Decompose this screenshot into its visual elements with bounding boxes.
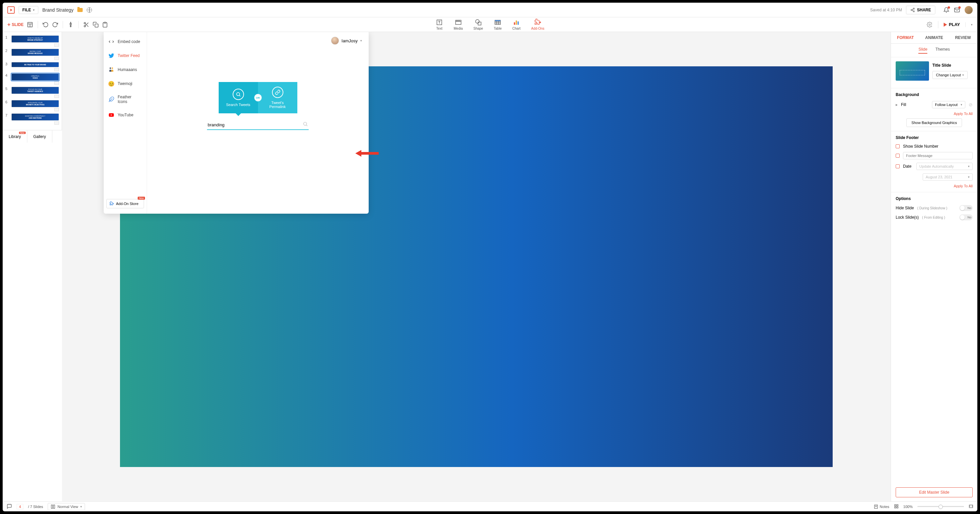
review-tab[interactable]: REVIEW bbox=[949, 32, 977, 43]
svg-point-10 bbox=[84, 22, 86, 24]
insert-table[interactable]: Table bbox=[494, 19, 502, 30]
undo-icon[interactable] bbox=[43, 22, 49, 28]
new-slide-button[interactable]: + SLIDE bbox=[7, 22, 24, 28]
thumb-number: 5 bbox=[5, 87, 10, 98]
date-checkbox[interactable] bbox=[896, 164, 900, 168]
lock-slide-toggle[interactable]: No bbox=[959, 214, 973, 220]
slide-thumbnail[interactable]: CREATE AVOICE bbox=[11, 73, 59, 81]
view-mode-select[interactable]: Normal View ▾ bbox=[48, 503, 85, 510]
notes-toggle[interactable]: Notes bbox=[873, 504, 889, 509]
search-icon[interactable] bbox=[303, 121, 308, 128]
thumb-handle[interactable] bbox=[54, 95, 59, 98]
addon-store-button[interactable]: Add-On Store New bbox=[107, 199, 144, 208]
thumb-handle[interactable] bbox=[54, 43, 59, 47]
gallery-tab[interactable]: Gallery bbox=[27, 130, 52, 143]
slide-thumbnail[interactable]: FOCUS ON YOURTARGET AUDIENCE bbox=[11, 87, 59, 94]
addon-feather-icons[interactable]: Feather Icons bbox=[103, 91, 147, 108]
mail-icon[interactable] bbox=[954, 7, 960, 13]
animate-tab[interactable]: ANIMATE bbox=[920, 32, 948, 43]
status-bar: 4 / 7 Slides Normal View ▾ Notes 100% bbox=[3, 501, 977, 511]
footer-message-input[interactable] bbox=[903, 152, 973, 159]
grid-icon[interactable] bbox=[894, 504, 899, 509]
title-bar: FILE ▾ Brand Strategy Saved at 4:10 PM S… bbox=[3, 3, 977, 18]
addon-twemoji[interactable]: 😊 Twemoji bbox=[103, 77, 147, 91]
copy-icon[interactable] bbox=[93, 22, 99, 28]
insert-chart[interactable]: Chart bbox=[512, 19, 520, 30]
slide-thumbnail[interactable]: INTEGRATE YOURBRAND'S OBJECTIVES bbox=[11, 100, 59, 107]
change-layout-button[interactable]: Change Layout ▾ bbox=[932, 71, 968, 79]
app-logo[interactable] bbox=[7, 6, 15, 14]
background-heading: Background bbox=[896, 92, 973, 97]
fill-label: Fill bbox=[901, 102, 929, 107]
thumb-handle[interactable] bbox=[54, 68, 59, 71]
user-avatar[interactable] bbox=[965, 6, 973, 14]
play-button[interactable]: PLAY bbox=[943, 22, 960, 27]
format-painter-icon[interactable] bbox=[68, 22, 74, 28]
edit-master-slide-button[interactable]: Edit Master Slide bbox=[896, 487, 973, 497]
thumb-handle[interactable] bbox=[54, 81, 59, 85]
svg-line-45 bbox=[306, 125, 307, 126]
addon-humaaans[interactable]: Humaaans bbox=[103, 63, 147, 77]
search-tweets-tab[interactable]: Search Tweets bbox=[219, 82, 258, 113]
play-label: PLAY bbox=[949, 22, 960, 27]
show-slide-number-checkbox[interactable] bbox=[896, 144, 900, 148]
slide-thumbnail[interactable]: DEFINE YOURBRAND MESSAGE bbox=[11, 49, 59, 56]
show-bg-graphics-button[interactable]: Show Background Graphics bbox=[906, 118, 962, 127]
paste-icon[interactable] bbox=[102, 22, 108, 28]
themes-subtab[interactable]: Themes bbox=[935, 47, 950, 54]
document-title[interactable]: Brand Strategy bbox=[42, 7, 73, 13]
apply-to-all-link[interactable]: Apply To All bbox=[896, 112, 973, 116]
fill-select[interactable]: Follow Layout ▾ bbox=[932, 101, 965, 108]
insert-shape[interactable]: Shape bbox=[473, 19, 483, 30]
insert-text[interactable]: Text bbox=[436, 19, 443, 30]
insert-addons[interactable]: Add-Ons bbox=[531, 19, 544, 30]
chevron-down-icon: ▾ bbox=[33, 8, 35, 12]
slide-thumbnail[interactable]: BE TRUE TO YOUR BRAND bbox=[11, 62, 59, 67]
canvas-area: CR Thiswritincomatfriemor Embed code Twi… bbox=[62, 32, 891, 501]
show-slide-number-label: Show Slide Number bbox=[903, 144, 938, 149]
tweet-permalink-tab[interactable]: Tweet's Permalink bbox=[258, 82, 298, 113]
thumb-number: 7 bbox=[5, 113, 10, 125]
addon-store-new-badge: New bbox=[138, 197, 145, 200]
twitter-search-input[interactable] bbox=[208, 123, 303, 127]
library-tab[interactable]: Library New bbox=[3, 130, 27, 143]
globe-icon[interactable] bbox=[87, 7, 92, 13]
addon-youtube[interactable]: YouTube bbox=[103, 108, 147, 122]
file-menu[interactable]: FILE ▾ bbox=[19, 6, 38, 14]
permalink-label-2: Permalink bbox=[269, 105, 286, 109]
zoom-slider[interactable] bbox=[917, 506, 964, 507]
footer-message-checkbox[interactable] bbox=[896, 154, 900, 158]
share-icon bbox=[910, 8, 915, 12]
folder-icon[interactable] bbox=[77, 8, 83, 12]
notifications-icon[interactable] bbox=[943, 7, 949, 13]
addon-twitter-feed[interactable]: Twitter Feed bbox=[103, 49, 147, 63]
settings-icon[interactable] bbox=[927, 22, 933, 28]
date-value-select[interactable]: August 23, 2021▾ bbox=[923, 173, 973, 181]
redo-icon[interactable] bbox=[52, 22, 58, 28]
play-options-chevron[interactable]: ▾ bbox=[971, 23, 973, 26]
twitter-search-field bbox=[207, 120, 309, 130]
thumb-handle[interactable] bbox=[54, 121, 59, 125]
thumb-handle[interactable] bbox=[54, 57, 59, 60]
footer-apply-to-all-link[interactable]: Apply To All bbox=[896, 184, 973, 188]
share-button[interactable]: SHARE bbox=[906, 6, 935, 14]
addon-user-menu[interactable]: IamJosy ▾ bbox=[331, 37, 362, 45]
hide-slide-label: Hide Slide bbox=[896, 206, 914, 210]
layout-icon[interactable] bbox=[27, 22, 33, 28]
thumb-handle[interactable] bbox=[54, 108, 59, 111]
hide-slide-toggle[interactable]: No bbox=[959, 205, 973, 211]
cut-icon[interactable] bbox=[83, 22, 89, 28]
options-section: Options Hide Slide ( During Slideshow ) … bbox=[891, 193, 977, 228]
fit-icon[interactable] bbox=[969, 504, 973, 509]
slide-subtab[interactable]: Slide bbox=[918, 47, 928, 54]
slide-thumbnail[interactable]: MAINTAIN CONSISTENCYADD EMOTIONS bbox=[11, 113, 59, 121]
addon-embed-code[interactable]: Embed code bbox=[103, 35, 147, 49]
remove-fill-icon[interactable]: ⊘ bbox=[969, 102, 973, 107]
format-tab[interactable]: FORMAT bbox=[891, 32, 920, 43]
insert-media[interactable]: Media bbox=[453, 19, 463, 30]
comments-icon[interactable] bbox=[7, 504, 12, 510]
date-mode-select[interactable]: Update Automatically▾ bbox=[916, 163, 973, 170]
chevron-down-icon: ▾ bbox=[80, 505, 82, 508]
slide-thumbnail[interactable]: HOW TO DEVELOPBRAND STRATEGY bbox=[11, 35, 59, 43]
svg-rect-32 bbox=[495, 20, 501, 21]
